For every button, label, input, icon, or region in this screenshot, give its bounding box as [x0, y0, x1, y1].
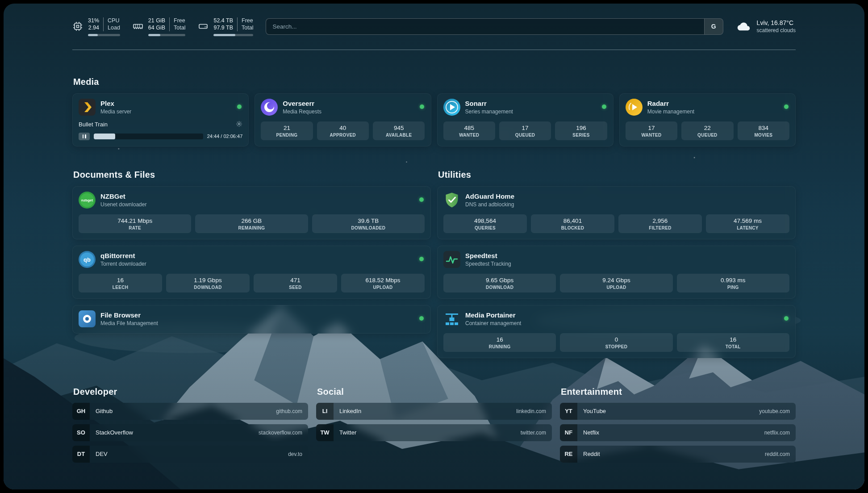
cpu-icon	[72, 21, 83, 32]
bookmark-name: Reddit	[583, 451, 600, 457]
stat-total: 16 TOTAL	[677, 333, 789, 352]
svg-text:qb: qb	[83, 256, 91, 263]
bookmark-abbr: SO	[72, 424, 90, 441]
memory-total: 64 GiB	[148, 24, 165, 31]
service-subtitle: Series management	[465, 109, 513, 115]
service-subtitle: Container management	[465, 320, 521, 326]
cpu-label-bottom: Load	[108, 24, 120, 31]
service-card-qbittorrent[interactable]: qb qBittorrent Torrent downloader 16 LEE…	[72, 246, 431, 299]
memory-icon	[133, 21, 143, 32]
cloud-icon	[736, 18, 752, 34]
memory-readout: 21 GiB 64 GiB Free Total	[148, 17, 186, 36]
service-card-radarr[interactable]: Radarr Movie management 17 WANTED 22 QUE…	[619, 93, 796, 146]
service-card-adguard[interactable]: AdGuard Home DNS and adblocking 498,564 …	[437, 186, 796, 239]
service-title: AdGuard Home	[465, 192, 514, 201]
bookmark-linkedin[interactable]: LI LinkedIn linkedin.com	[316, 403, 552, 420]
service-title: Media Portainer	[465, 311, 521, 319]
bookmark-domain: reddit.com	[765, 451, 790, 457]
stat-movies: 834 MOVIES	[738, 121, 789, 140]
stat-ping: 0.993 ms PING	[677, 274, 789, 292]
bookmark-name: LinkedIn	[339, 408, 361, 414]
service-card-nzbget[interactable]: nzbget NZBGet Usenet downloader 744.21 M…	[72, 186, 431, 239]
memory-widget: 21 GiB 64 GiB Free Total	[133, 17, 186, 36]
stat-approved: 40 APPROVED	[317, 121, 369, 140]
bookmark-github[interactable]: GH Github github.com	[72, 403, 308, 420]
status-indicator	[419, 257, 424, 261]
service-card-speedtest[interactable]: Speedtest Speedtest Tracking 9.65 Gbps D…	[437, 246, 796, 299]
stat-available: 945 AVAILABLE	[373, 121, 425, 140]
memory-label-bottom: Total	[174, 24, 185, 31]
bookmark-abbr: NF	[560, 424, 577, 441]
stat-upload: 618.52 Mbps UPLOAD	[341, 274, 425, 292]
topbar-divider	[72, 50, 796, 50]
disk-icon	[198, 21, 209, 32]
top-bar: 31% 2.94 CPU Load	[72, 17, 796, 36]
search-bar: G	[266, 18, 723, 35]
service-card-plex[interactable]: Plex Media server Bullet Train	[72, 93, 249, 146]
search-provider-button[interactable]: G	[704, 19, 723, 34]
service-title: NZBGet	[100, 192, 146, 201]
weather-condition: scattered clouds	[757, 27, 796, 33]
status-indicator	[419, 316, 424, 321]
stat-pending: 21 PENDING	[261, 121, 313, 140]
stat-queued: 17 QUEUED	[499, 121, 551, 140]
bookmark-name: DEV	[96, 451, 108, 457]
bookmark-twitter[interactable]: TW Twitter twitter.com	[316, 424, 552, 441]
bookmark-domain: netflix.com	[764, 430, 790, 436]
bookmark-domain: youtube.com	[759, 408, 790, 414]
stat-download: 9.65 Gbps DOWNLOAD	[443, 274, 556, 292]
disk-readout: 52.4 TB 97.9 TB Free Total	[213, 17, 253, 36]
search-input[interactable]	[266, 18, 723, 35]
pause-button[interactable]	[79, 133, 90, 140]
divider	[237, 17, 238, 31]
portainer-icon	[443, 310, 460, 327]
stat-blocked: 86,401 BLOCKED	[531, 214, 614, 233]
stat-seed: 471 SEED	[254, 274, 337, 292]
radarr-icon	[626, 99, 643, 116]
gear-icon[interactable]	[236, 121, 242, 129]
bookmark-domain: twitter.com	[521, 430, 546, 436]
bookmark-name: Netflix	[583, 429, 599, 436]
service-card-portainer[interactable]: Media Portainer Container management 16 …	[437, 305, 796, 358]
memory-progress-bar	[148, 34, 186, 36]
bookmark-stackoverflow[interactable]: SO StackOverflow stackoverflow.com	[72, 424, 308, 441]
stat-queued: 22 QUEUED	[681, 121, 733, 140]
bookmark-youtube[interactable]: YT YouTube youtube.com	[560, 403, 796, 420]
service-subtitle: Media File Management	[100, 320, 158, 326]
bookmark-abbr: RE	[560, 446, 577, 463]
service-card-filebrowser[interactable]: File Browser Media File Management	[72, 305, 431, 334]
stat-rate: 744.21 Mbps RATE	[79, 214, 191, 233]
section-title-utilities: Utilities	[438, 170, 796, 180]
service-card-sonarr[interactable]: Sonarr Series management 485 WANTED 17 Q…	[437, 93, 613, 146]
section-utilities: Utilities AdGuard	[437, 170, 796, 358]
now-playing-title: Bullet Train	[79, 121, 108, 128]
filebrowser-icon	[79, 310, 96, 327]
bookmark-reddit[interactable]: RE Reddit reddit.com	[560, 446, 796, 463]
section-title-documents: Documents & Files	[73, 170, 431, 180]
section-media: Media Plex	[72, 77, 796, 146]
adguard-icon	[443, 192, 460, 209]
stat-downloaded: 39.6 TB DOWNLOADED	[312, 214, 425, 233]
weather-widget: Lviv, 16.87°C scattered clouds	[736, 18, 796, 34]
memory-free: 21 GiB	[148, 17, 165, 24]
bookmark-name: Twitter	[339, 429, 356, 436]
status-indicator	[602, 104, 606, 109]
status-indicator	[784, 104, 789, 109]
dashboard-window: 31% 2.94 CPU Load	[4, 4, 864, 489]
bookmark-dev[interactable]: DT DEV dev.to	[72, 446, 308, 463]
playback-progress-bar[interactable]	[94, 134, 203, 139]
bookmark-name: StackOverflow	[96, 429, 133, 436]
service-subtitle: Media Requests	[283, 109, 321, 115]
service-card-overseerr[interactable]: Overseerr Media Requests 21 PENDING 40 A…	[255, 93, 431, 146]
nzbget-icon: nzbget	[79, 192, 96, 209]
stat-running: 16 RUNNING	[443, 333, 556, 352]
weather-location: Lviv, 16.87°C	[757, 19, 796, 26]
stat-leech: 16 LEECH	[79, 274, 162, 292]
service-subtitle: Torrent downloader	[100, 261, 146, 267]
divider	[103, 17, 104, 31]
disk-label-bottom: Total	[242, 24, 253, 31]
bookmark-netflix[interactable]: NF Netflix netflix.com	[560, 424, 796, 441]
section-title-developer: Developer	[73, 387, 308, 397]
cpu-label-top: CPU	[108, 17, 120, 24]
bookmark-abbr: LI	[316, 403, 334, 420]
